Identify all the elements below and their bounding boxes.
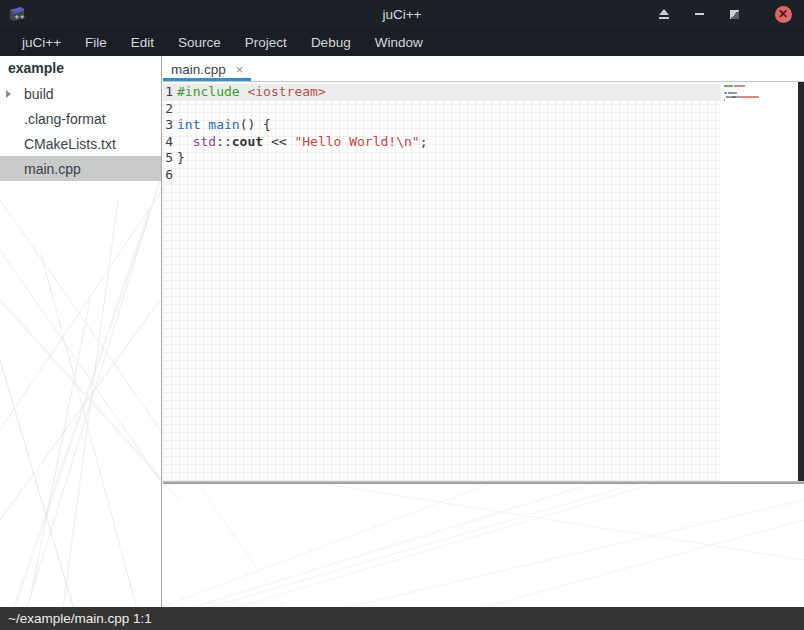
code-text: #include <iostream> <box>173 84 326 101</box>
code-line-6: 6 <box>163 167 721 184</box>
restore-icon <box>730 10 739 19</box>
code-text: int main() { <box>173 117 271 134</box>
terminal-panel[interactable] <box>163 484 804 607</box>
code-text: } <box>173 150 185 167</box>
tree-item-label: build <box>16 86 54 102</box>
code-text <box>173 101 177 118</box>
minimap[interactable] <box>721 82 798 481</box>
menu-project[interactable]: Project <box>233 31 299 54</box>
shade-button[interactable] <box>655 5 673 23</box>
code-editor[interactable]: 1#include <iostream>23int main() {4 std:… <box>163 82 804 481</box>
titlebar: ++ juCi++ ✕ <box>0 0 804 28</box>
menu-file[interactable]: File <box>73 31 119 54</box>
code-area: 1#include <iostream>23int main() {4 std:… <box>163 82 721 481</box>
minimap-line <box>724 89 798 91</box>
menu-juci-[interactable]: juCi++ <box>10 31 73 54</box>
tree-item--clang-format[interactable]: .clang-format <box>0 106 161 131</box>
line-number: 1 <box>163 84 173 101</box>
code-line-1: 1#include <iostream> <box>163 84 721 101</box>
tree-item-label: main.cpp <box>0 161 81 177</box>
tree-item-main-cpp[interactable]: main.cpp <box>0 156 161 181</box>
tree-item-build[interactable]: build <box>0 81 161 106</box>
vertical-scrollbar[interactable] <box>798 82 804 481</box>
code-text: std::cout << "Hello World!\n"; <box>173 134 427 151</box>
file-tree: build.clang-formatCMakeLists.txtmain.cpp <box>0 81 161 181</box>
status-location: ~/example/main.cpp 1:1 <box>8 611 152 626</box>
minimize-button[interactable] <box>690 5 708 23</box>
code-line-2: 2 <box>163 101 721 118</box>
tree-item-label: .clang-format <box>0 111 106 127</box>
sidebar: example build.clang-formatCMakeLists.txt… <box>0 56 162 607</box>
code-line-3: 3int main() { <box>163 117 721 134</box>
expander-icon[interactable] <box>0 90 16 98</box>
window-controls: ✕ <box>655 5 804 23</box>
tree-item-cmakelists-txt[interactable]: CMakeLists.txt <box>0 131 161 156</box>
minimize-icon <box>695 13 704 15</box>
minimap-line <box>724 99 798 101</box>
active-tab-indicator <box>163 78 251 81</box>
line-number: 3 <box>163 117 173 134</box>
code-line-5: 5} <box>163 150 721 167</box>
minimap-line <box>724 96 798 98</box>
eject-icon <box>659 9 669 19</box>
editor-pane: main.cpp × 1#include <iostream>23int mai… <box>163 56 804 607</box>
tab-close-icon[interactable]: × <box>236 62 244 77</box>
project-root-label: example <box>0 56 161 81</box>
line-number: 4 <box>163 134 173 151</box>
app-icon: ++ <box>7 4 27 24</box>
restore-button[interactable] <box>725 5 743 23</box>
code-line-4: 4 std::cout << "Hello World!\n"; <box>163 134 721 151</box>
minimap-line <box>724 92 798 94</box>
menu-edit[interactable]: Edit <box>119 31 166 54</box>
close-icon: ✕ <box>775 6 792 23</box>
menubar: juCi++FileEditSourceProjectDebugWindow <box>0 28 804 56</box>
minimap-line <box>724 103 798 105</box>
line-number: 2 <box>163 101 173 118</box>
tabbar: main.cpp × <box>163 56 804 82</box>
menu-source[interactable]: Source <box>166 31 233 54</box>
tab-label: main.cpp <box>171 62 226 77</box>
line-number: 5 <box>163 150 173 167</box>
code-text <box>173 167 177 184</box>
statusbar: ~/example/main.cpp 1:1 <box>0 607 804 630</box>
close-button[interactable]: ✕ <box>774 5 792 23</box>
svg-text:++: ++ <box>14 13 25 21</box>
line-number: 6 <box>163 167 173 184</box>
minimap-line <box>724 85 798 87</box>
menu-window[interactable]: Window <box>363 31 435 54</box>
tree-item-label: CMakeLists.txt <box>0 136 116 152</box>
menu-debug[interactable]: Debug <box>299 31 363 54</box>
